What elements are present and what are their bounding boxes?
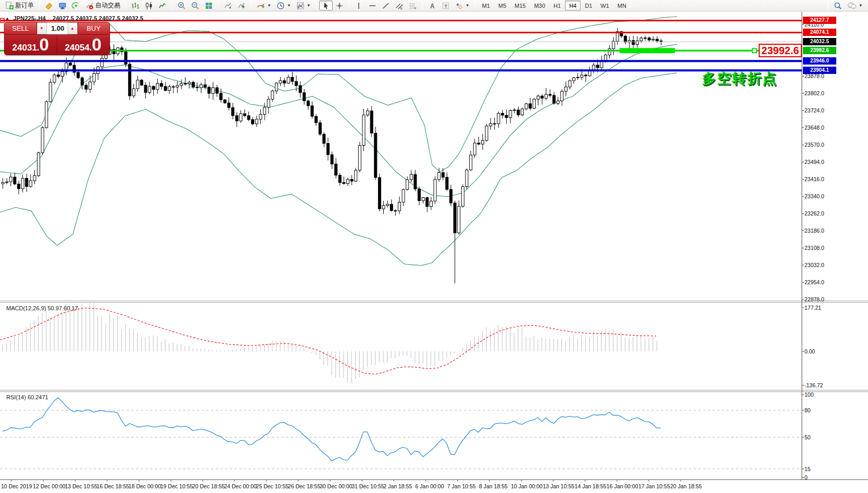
- draw-hline-button[interactable]: [366, 1, 379, 10]
- candle: [180, 84, 183, 86]
- order-ticket-button[interactable]: [42, 1, 56, 10]
- terminal-button[interactable]: [56, 1, 69, 10]
- chart-template-button[interactable]: ▼: [294, 1, 313, 10]
- toolbar-separator: [422, 2, 423, 10]
- price-tag-24127.7: 24127.7: [803, 17, 836, 24]
- candle: [251, 120, 254, 124]
- candle: [521, 109, 524, 115]
- candle: [69, 63, 71, 65]
- autotrade-icon: [85, 2, 94, 10]
- candle: [14, 177, 16, 184]
- draw-text-button[interactable]: A: [425, 1, 439, 10]
- axis-tick-label: 23108.0: [804, 245, 824, 251]
- draw-label-button[interactable]: T: [439, 1, 452, 10]
- candle: [21, 178, 24, 188]
- volume-input[interactable]: [47, 22, 68, 34]
- timeframe-d1-button[interactable]: D1: [581, 1, 596, 10]
- textA-icon: A: [428, 2, 436, 10]
- axis-tick-label: 22878.0: [804, 296, 824, 302]
- bar-chart-mode-button[interactable]: [129, 1, 142, 10]
- vline-icon: [355, 2, 363, 10]
- profile-next-button[interactable]: [221, 1, 235, 10]
- candle: [148, 86, 151, 93]
- candle: [596, 65, 599, 68]
- draw-trendline-button[interactable]: [379, 1, 393, 10]
- chevron-down-icon: ▼: [307, 3, 311, 8]
- volume-decrease-button[interactable]: ▼: [37, 22, 47, 34]
- turning-point-annotation: 多空转折点: [702, 69, 777, 88]
- chart-ohlc-values: 24027.5 24037.5 24027.5 24032.5: [53, 15, 143, 21]
- draw-shapes-button[interactable]: ▼: [452, 1, 472, 10]
- candle: [188, 82, 191, 84]
- candle: [549, 94, 551, 95]
- price-tag-23904.1: 23904.1: [803, 67, 836, 74]
- candle: [576, 77, 579, 78]
- search-button[interactable]: [831, 1, 845, 10]
- date-tick-label: 2 Jan 18:55: [383, 483, 412, 489]
- candle: [291, 77, 294, 81]
- collapse-panel-icon[interactable]: ▲: [5, 16, 9, 21]
- volume-increase-button[interactable]: ▲: [68, 22, 78, 34]
- date-tick-label: 20 Dec 18:55: [192, 483, 224, 489]
- candle: [196, 87, 198, 88]
- draw-fibo-button[interactable]: F: [406, 1, 420, 10]
- add-indicator-button[interactable]: ▼: [254, 1, 274, 10]
- sell-button[interactable]: SELL: [5, 22, 37, 34]
- candle: [466, 170, 468, 186]
- timeframe-h1-button[interactable]: H1: [549, 1, 565, 10]
- tile-windows-button[interactable]: [202, 1, 216, 10]
- draw-vline-button[interactable]: [352, 1, 366, 10]
- auto-trading-button[interactable]: 自动交易: [83, 1, 123, 10]
- date-tick-label: 16 Dec 18:55: [97, 483, 129, 489]
- svg-text:T: T: [444, 3, 447, 8]
- timeframe-m5-button[interactable]: M5: [494, 1, 510, 10]
- timeframe-h4-button[interactable]: H4: [565, 1, 581, 10]
- crosshair-button[interactable]: [333, 1, 346, 10]
- period-selector-button[interactable]: ▼: [274, 1, 294, 10]
- indicator-icon: [257, 2, 265, 10]
- axis-tick-label: 80: [804, 407, 811, 413]
- candle: [489, 123, 492, 125]
- chevron-down-icon: ▼: [287, 3, 291, 8]
- timeframe-w1-button[interactable]: W1: [596, 1, 613, 10]
- candle: [394, 211, 397, 211]
- candle: [347, 179, 349, 183]
- timeframe-m15-button[interactable]: M15: [510, 1, 530, 10]
- candle: [370, 111, 373, 133]
- cursor-button[interactable]: [319, 1, 333, 10]
- zoomin-icon: [178, 2, 186, 10]
- candle: [497, 113, 500, 124]
- draw-channel-button[interactable]: E: [393, 1, 406, 10]
- candle: [228, 103, 230, 108]
- one-click-trade-panel: SELL ▼ ▲ BUY 24031.0 24054.0: [4, 22, 110, 55]
- toolbar-button-label: 新订单: [15, 1, 34, 10]
- highlighted-level-segment: [620, 48, 675, 53]
- sell-price-display[interactable]: 24031.0: [5, 37, 57, 53]
- candle: [473, 143, 476, 155]
- profile-new-button[interactable]: [235, 1, 248, 10]
- candle: [374, 133, 377, 178]
- timeframe-m1-button[interactable]: M1: [478, 1, 494, 10]
- chat-button[interactable]: ▼: [845, 1, 865, 10]
- axis-tick-label: 23032.0: [804, 262, 824, 268]
- candle: [378, 178, 381, 209]
- candle: [37, 153, 40, 175]
- candle: [129, 64, 131, 96]
- zoom-in-button[interactable]: [175, 1, 188, 10]
- candle: [29, 181, 32, 186]
- date-tick-label: 13 Dec 10:55: [65, 483, 97, 489]
- candle: [275, 83, 278, 91]
- candle: [184, 84, 186, 84]
- candle-chart-mode-button[interactable]: [142, 1, 156, 10]
- cursor-icon: [322, 2, 330, 10]
- signals-button[interactable]: [69, 1, 83, 10]
- new-order-button[interactable]: 新订单: [3, 1, 36, 10]
- buy-button[interactable]: BUY: [78, 22, 110, 34]
- line-chart-mode-button[interactable]: [156, 1, 169, 10]
- timeframe-mn-button[interactable]: MN: [613, 1, 631, 10]
- date-tick-label: 6 Jan 00:00: [416, 483, 444, 489]
- timeframe-m30-button[interactable]: M30: [530, 1, 549, 10]
- buy-price-display[interactable]: 24054.0: [57, 37, 110, 53]
- candle: [144, 85, 147, 93]
- zoom-out-button[interactable]: [188, 1, 202, 10]
